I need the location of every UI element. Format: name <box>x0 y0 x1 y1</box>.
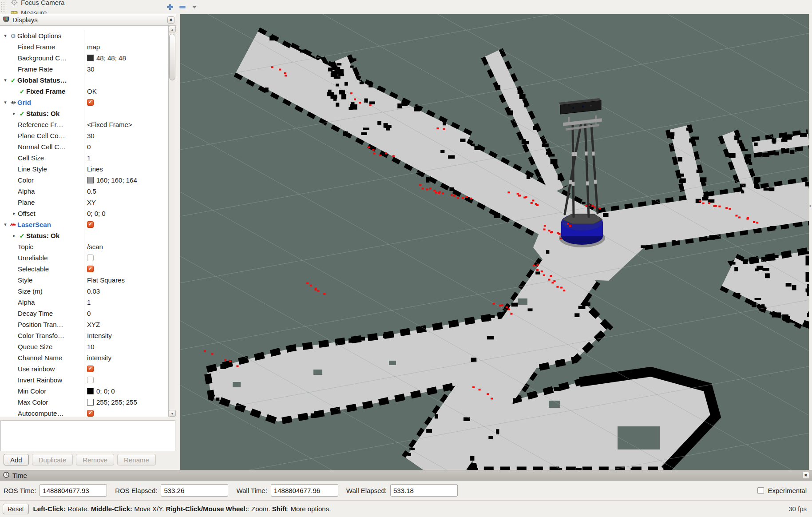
color-swatch[interactable] <box>87 177 94 183</box>
tool-options-button[interactable] <box>190 3 198 12</box>
property-value-cell[interactable] <box>84 219 167 230</box>
property-row-line-style[interactable]: Line StyleLines <box>0 163 167 175</box>
property-row-color-transfo[interactable]: Color Transfo…Intensity <box>0 330 167 341</box>
checkbox-checked[interactable] <box>87 221 94 228</box>
property-value-cell[interactable] <box>84 363 167 374</box>
property-value-cell[interactable]: 0 <box>84 308 167 319</box>
property-row-unreliable[interactable]: Unreliable <box>0 252 167 263</box>
remove-button[interactable]: Remove <box>76 454 114 465</box>
property-row-grid[interactable]: ▾Grid <box>0 97 167 108</box>
property-row-offset[interactable]: ▸Offset0; 0; 0 <box>0 208 167 219</box>
ros-time-input[interactable] <box>40 484 107 497</box>
collapse-arrow-icon[interactable]: ◂ <box>809 203 811 208</box>
property-value-cell[interactable]: 0.5 <box>84 186 167 197</box>
property-value-cell[interactable]: 0 <box>84 141 167 152</box>
time-panel-header[interactable]: Time ✖ <box>0 470 812 481</box>
property-value-cell[interactable]: intensity <box>84 352 167 363</box>
close-icon[interactable]: ✖ <box>167 16 174 24</box>
property-row-normal-cell-c[interactable]: Normal Cell C…0 <box>0 141 167 152</box>
property-row-status-ok[interactable]: ▸✓Status: Ok <box>0 230 167 241</box>
right-dock-splitter[interactable]: ◂ <box>809 14 812 470</box>
expander-closed-icon[interactable]: ▸ <box>11 111 18 116</box>
expander-open-icon[interactable]: ▾ <box>2 33 9 39</box>
property-row-global-options[interactable]: ▾⚙Global Options <box>0 30 167 41</box>
property-value-cell[interactable] <box>84 263 167 274</box>
property-row-style[interactable]: StyleFlat Squares <box>0 274 167 286</box>
add-button[interactable]: Add <box>4 454 29 465</box>
property-row-max-color[interactable]: Max Color255; 255; 255 <box>0 397 167 408</box>
property-value-cell[interactable]: OK <box>84 86 167 97</box>
toolbar-grip[interactable] <box>1 2 4 12</box>
checkbox-checked[interactable] <box>87 366 94 372</box>
property-value-cell[interactable] <box>84 374 167 386</box>
experimental-checkbox[interactable] <box>757 487 764 494</box>
property-value-cell[interactable]: Lines <box>84 163 167 175</box>
checkbox-unchecked[interactable] <box>87 255 94 261</box>
wall-time-input[interactable] <box>271 484 338 497</box>
property-value-cell[interactable] <box>84 252 167 263</box>
property-value-cell[interactable]: /scan <box>84 241 167 252</box>
property-value-cell[interactable]: 48; 48; 48 <box>84 52 167 64</box>
property-row-global-status[interactable]: ▾✓Global Status… <box>0 75 167 86</box>
rename-button[interactable]: Rename <box>117 454 156 465</box>
property-value-cell[interactable]: map <box>84 41 167 52</box>
property-row-plane-cell-co[interactable]: Plane Cell Co…30 <box>0 130 167 141</box>
property-row-position-tran[interactable]: Position Tran…XYZ <box>0 319 167 330</box>
property-row-plane[interactable]: PlaneXY <box>0 197 167 208</box>
property-value-cell[interactable]: XYZ <box>84 319 167 330</box>
property-row-frame-rate[interactable]: Frame Rate30 <box>0 64 167 75</box>
checkbox-checked[interactable] <box>87 266 94 272</box>
scrollbar-thumb[interactable] <box>169 34 175 80</box>
add-tool-button[interactable] <box>166 3 174 12</box>
property-row-autocompute[interactable]: Autocompute… <box>0 408 167 417</box>
property-value-cell[interactable]: Intensity <box>84 330 167 341</box>
property-value-cell[interactable]: 1 <box>84 152 167 163</box>
scroll-up-icon[interactable]: ▴ <box>169 26 176 32</box>
property-value-cell[interactable]: <Fixed Frame> <box>84 119 167 130</box>
property-row-queue-size[interactable]: Queue Size10 <box>0 341 167 352</box>
property-row-cell-size[interactable]: Cell Size1 <box>0 152 167 163</box>
property-row-status-ok[interactable]: ▸✓Status: Ok <box>0 108 167 119</box>
property-row-selectable[interactable]: Selectable <box>0 263 167 274</box>
property-row-invert-rainbow[interactable]: Invert Rainbow <box>0 374 167 386</box>
property-value-cell[interactable] <box>84 408 167 417</box>
property-value-cell[interactable]: 160; 160; 164 <box>84 175 167 186</box>
property-row-fixed-frame[interactable]: Fixed Framemap <box>0 41 167 52</box>
checkbox-checked[interactable] <box>87 99 94 106</box>
property-row-alpha[interactable]: Alpha1 <box>0 297 167 308</box>
property-row-min-color[interactable]: Min Color0; 0; 0 <box>0 386 167 397</box>
property-row-reference-fr[interactable]: Reference Fr…<Fixed Frame> <box>0 119 167 130</box>
property-row-background-c[interactable]: Background C…48; 48; 48 <box>0 52 167 64</box>
property-row-color[interactable]: Color160; 160; 164 <box>0 175 167 186</box>
expander-open-icon[interactable]: ▾ <box>2 77 9 83</box>
tree-scrollbar[interactable]: ▴ ▾ <box>168 26 176 417</box>
wall-elapsed-input[interactable] <box>390 484 458 497</box>
property-row-use-rainbow[interactable]: Use rainbow <box>0 363 167 374</box>
property-value-cell[interactable]: 30 <box>84 64 167 75</box>
checkbox-checked[interactable] <box>87 410 94 417</box>
expander-open-icon[interactable]: ▾ <box>2 222 9 227</box>
displays-panel-header[interactable]: Displays ✖ <box>0 14 176 26</box>
expander-open-icon[interactable]: ▾ <box>2 99 9 105</box>
color-swatch[interactable] <box>87 55 94 61</box>
property-value-cell[interactable] <box>84 97 167 108</box>
property-row-channel-name[interactable]: Channel Nameintensity <box>0 352 167 363</box>
time-close-icon[interactable]: ✖ <box>802 472 809 479</box>
property-value-cell[interactable]: 0; 0; 0 <box>84 386 167 397</box>
property-row-laserscan[interactable]: ▾LaserScan <box>0 219 167 230</box>
property-value-cell[interactable]: Flat Squares <box>84 274 167 286</box>
property-row-fixed-frame[interactable]: ✓Fixed FrameOK <box>0 86 167 97</box>
expander-closed-icon[interactable]: ▸ <box>11 233 18 239</box>
property-value-cell[interactable]: 0.03 <box>84 286 167 297</box>
duplicate-button[interactable]: Duplicate <box>32 454 73 465</box>
property-value-cell[interactable]: 10 <box>84 341 167 352</box>
property-row-size-m[interactable]: Size (m)0.03 <box>0 286 167 297</box>
remove-tool-button[interactable] <box>178 3 187 12</box>
checkbox-unchecked[interactable] <box>87 377 94 383</box>
property-value-cell[interactable]: 0; 0; 0 <box>84 208 167 219</box>
property-row-decay-time[interactable]: Decay Time0 <box>0 308 167 319</box>
reset-button[interactable]: Reset <box>3 504 29 514</box>
property-value-cell[interactable]: 255; 255; 255 <box>84 397 167 408</box>
ros-elapsed-input[interactable] <box>161 484 228 497</box>
property-value-cell[interactable]: 1 <box>84 297 167 308</box>
